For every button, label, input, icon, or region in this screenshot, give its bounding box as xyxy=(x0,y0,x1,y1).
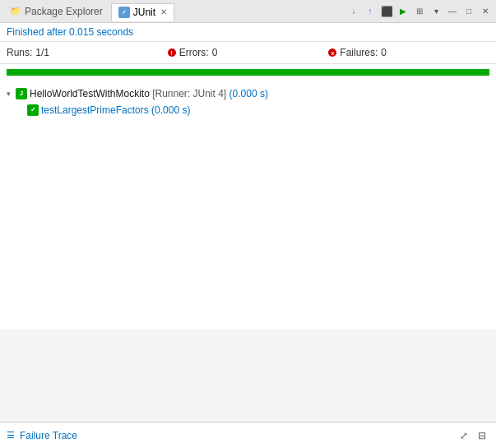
lines-icon: ☰ xyxy=(7,430,15,441)
tree-row-method[interactable]: ✓ testLargestPrimeFactors (0.000 s) xyxy=(0,102,496,118)
root-node-label: HelloWorldTestWithMockito [Runner: JUnit… xyxy=(30,88,268,99)
method-time-info: (0.000 s) xyxy=(149,104,191,116)
failures-value: 0 xyxy=(381,47,387,58)
test-results-area: ▾ J HelloWorldTestWithMockito [Runner: J… xyxy=(0,82,496,448)
bottom-panel-icons: ⤢ ⊟ xyxy=(457,428,489,443)
expand-panel-icon[interactable]: ⤢ xyxy=(457,428,471,443)
panel-settings-icon[interactable]: ⊟ xyxy=(475,428,489,443)
stop-button[interactable]: ⬛ xyxy=(379,4,394,19)
tab-bar: 📁 Package Explorer ✓ JUnit ✕ ↓ ↑ ⬛ ▶ ⊞ ▾… xyxy=(0,0,496,23)
tree-view: ▾ J HelloWorldTestWithMockito [Runner: J… xyxy=(0,82,496,329)
tab-package-explorer[interactable]: 📁 Package Explorer xyxy=(3,2,109,21)
prev-failure-button[interactable]: ↑ xyxy=(363,4,378,19)
minimize-button[interactable]: — xyxy=(445,4,460,19)
tab-package-explorer-label: Package Explorer xyxy=(25,6,103,17)
status-message: Finished after 0.015 seconds xyxy=(7,26,133,38)
stat-runs: Runs: 1/1 xyxy=(7,47,168,58)
tab-junit-close[interactable]: ✕ xyxy=(160,7,167,16)
root-class-name: HelloWorldTestWithMockito xyxy=(30,88,150,99)
progress-area xyxy=(0,64,496,82)
package-explorer-icon: 📁 xyxy=(10,6,21,16)
close-view-button[interactable]: ✕ xyxy=(478,4,493,19)
toolbar: ↓ ↑ ⬛ ▶ ⊞ ▾ — □ ✕ xyxy=(174,4,493,19)
tab-junit-label: JUnit xyxy=(133,7,155,18)
failures-icon xyxy=(328,48,336,57)
stats-row: Runs: 1/1 Errors: 0 Failures: 0 xyxy=(0,42,496,64)
failure-trace-label: Failure Trace xyxy=(20,430,457,441)
progress-bar-container xyxy=(7,69,489,76)
expand-root-icon[interactable]: ▾ xyxy=(3,89,13,99)
errors-icon xyxy=(168,48,176,57)
history-button[interactable]: ⊞ xyxy=(412,4,427,19)
junit-icon: ✓ xyxy=(118,7,130,18)
main-window: 📁 Package Explorer ✓ JUnit ✕ ↓ ↑ ⬛ ▶ ⊞ ▾… xyxy=(0,0,496,448)
root-runner-info: [Runner: JUnit 4] xyxy=(150,88,226,99)
failures-label: Failures: xyxy=(340,47,378,58)
root-node-icon: J xyxy=(15,87,28,100)
stat-errors: Errors: 0 xyxy=(168,47,329,58)
runs-value: 1/1 xyxy=(35,47,49,58)
errors-value: 0 xyxy=(212,47,218,58)
rerun-button[interactable]: ▶ xyxy=(396,4,410,19)
runs-label: Runs: xyxy=(7,47,32,58)
method-name: testLargestPrimeFactors xyxy=(41,104,149,116)
progress-bar-fill xyxy=(7,69,489,76)
tab-junit[interactable]: ✓ JUnit ✕ xyxy=(111,3,174,21)
stat-failures: Failures: 0 xyxy=(328,47,489,58)
next-failure-button[interactable]: ↓ xyxy=(346,4,361,19)
maximize-button[interactable]: □ xyxy=(461,4,476,19)
root-time-info: (0.000 s) xyxy=(226,88,268,99)
errors-label: Errors: xyxy=(179,47,209,58)
options-dropdown[interactable]: ▾ xyxy=(429,4,443,19)
bottom-panel: ☰ Failure Trace ⤢ ⊟ xyxy=(0,422,496,448)
status-bar: Finished after 0.015 seconds xyxy=(0,23,496,42)
method-node-icon: ✓ xyxy=(26,104,39,117)
tree-row-root[interactable]: ▾ J HelloWorldTestWithMockito [Runner: J… xyxy=(0,85,496,102)
method-node-label: testLargestPrimeFactors (0.000 s) xyxy=(41,104,190,116)
